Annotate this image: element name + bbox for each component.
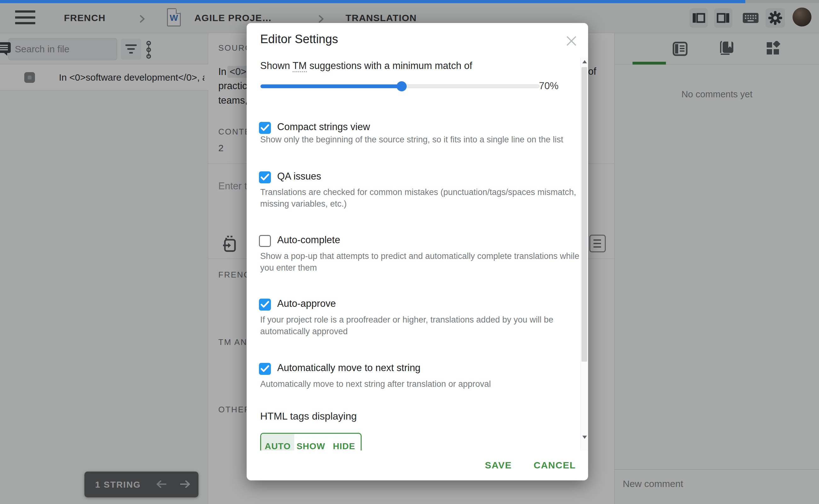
scroll-up-icon[interactable]	[582, 60, 587, 63]
tm-abbr: TM	[293, 60, 307, 72]
dialog-scrollbar-thumb[interactable]	[581, 67, 587, 362]
checkbox-auto-complete[interactable]	[259, 235, 271, 247]
setting-description: Translations are checked for common mist…	[260, 186, 576, 210]
setting-description: Show a pop-up that attempts to predict a…	[260, 250, 579, 274]
slider-fill	[261, 84, 402, 88]
dialog-title: Editor Settings	[260, 32, 338, 46]
checkbox-auto-move-next[interactable]	[259, 363, 271, 375]
checkbox-auto-approve[interactable]	[259, 299, 271, 311]
save-button[interactable]: SAVE	[473, 458, 524, 473]
scroll-down-icon[interactable]	[582, 436, 587, 439]
slider-thumb[interactable]	[397, 81, 407, 91]
option-show[interactable]: SHOW	[294, 434, 327, 450]
crowdin-editor-screen: FRENCH W AGILE PROJE… TRANSLATION	[0, 0, 819, 504]
checkbox-compact-strings[interactable]	[259, 122, 271, 134]
editor-settings-dialog: Editor Settings Shown TM suggestions wit…	[247, 23, 588, 480]
option-hide[interactable]: HIDE	[328, 434, 361, 450]
setting-label[interactable]: Auto-complete	[277, 234, 340, 246]
tm-match-value: 70%	[495, 80, 558, 92]
page-progress-bar	[0, 0, 819, 3]
setting-description: Show only the beginning of the source st…	[260, 134, 563, 146]
page-progress-fill	[0, 0, 745, 3]
close-icon[interactable]	[564, 34, 579, 48]
dialog-scroll-area: Shown TM suggestions with a minimum matc…	[247, 58, 581, 450]
option-auto[interactable]: AUTO	[261, 434, 294, 450]
setting-label[interactable]: Auto-approve	[277, 298, 336, 309]
setting-label[interactable]: QA issues	[277, 171, 321, 182]
html-tags-segmented-control: AUTO SHOW HIDE	[260, 433, 362, 450]
setting-description: If your project role is a proofreader or…	[260, 314, 553, 337]
checkbox-qa-issues[interactable]	[259, 171, 271, 183]
setting-label[interactable]: Compact strings view	[277, 121, 370, 133]
setting-description: Automatically move to next string after …	[260, 378, 491, 390]
setting-label[interactable]: Automatically move to next string	[277, 362, 421, 374]
cancel-button[interactable]: CANCEL	[526, 458, 583, 473]
html-tags-label: HTML tags displaying	[260, 410, 357, 422]
tm-match-label: Shown TM suggestions with a minimum matc…	[260, 60, 472, 72]
